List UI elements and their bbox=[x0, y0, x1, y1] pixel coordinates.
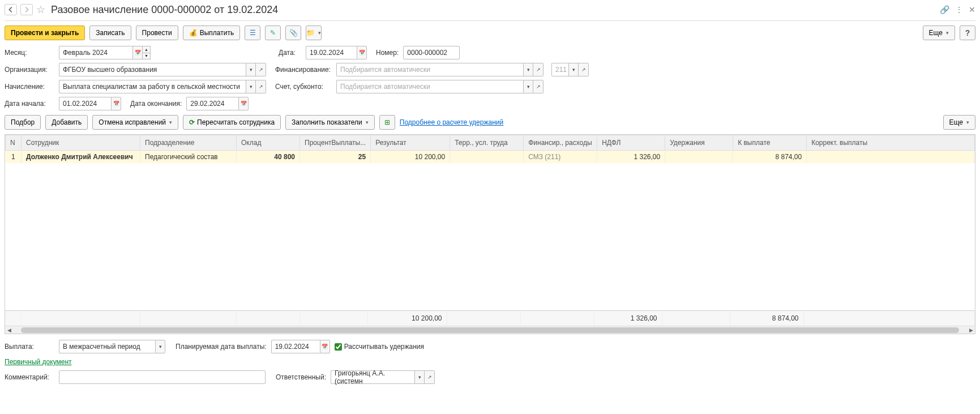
financing-input[interactable]: Подбирается автоматически ▾ ↗ bbox=[336, 63, 544, 76]
table-more-button[interactable]: Еще▾ bbox=[943, 115, 975, 130]
scroll-left-icon[interactable]: ◀ bbox=[5, 327, 13, 333]
help-button[interactable]: ? bbox=[960, 25, 975, 40]
more-menu-icon[interactable]: ⋮ bbox=[955, 5, 963, 14]
add-button[interactable]: Добавить bbox=[45, 115, 88, 130]
calendar-icon[interactable]: 📅 bbox=[320, 340, 330, 353]
comment-input[interactable] bbox=[59, 370, 266, 384]
total-result: 10 200,00 bbox=[367, 311, 447, 326]
chevron-down-icon[interactable]: ▾ bbox=[523, 80, 533, 93]
scroll-thumb[interactable] bbox=[21, 327, 959, 333]
col-withhold[interactable]: Удержания bbox=[665, 135, 733, 151]
month-value[interactable]: Февраль 2024 bbox=[59, 46, 132, 59]
table-row[interactable]: 1 Долженко Дмитрий Алексеевич Педагогиче… bbox=[6, 151, 975, 164]
edit-button[interactable]: ✎ bbox=[265, 25, 281, 40]
cancel-fixes-button[interactable]: Отмена исправлений▾ bbox=[92, 115, 178, 130]
calendar-icon[interactable]: 📅 bbox=[357, 46, 367, 59]
list-view-button[interactable]: ☰ bbox=[245, 25, 260, 40]
responsible-label: Ответственный: bbox=[276, 373, 326, 381]
spinner-up-icon[interactable]: ▲ bbox=[143, 46, 150, 53]
planned-date-input[interactable]: 19.02.2024 📅 bbox=[271, 340, 330, 353]
coins-icon: 💰 bbox=[189, 29, 198, 37]
chevron-down-icon[interactable]: ▾ bbox=[246, 80, 256, 93]
open-icon[interactable]: ↗ bbox=[256, 80, 266, 93]
code-input[interactable]: 211 ▾ ↗ bbox=[551, 63, 589, 76]
horizontal-scrollbar[interactable]: ◀ ▶ bbox=[5, 326, 975, 334]
start-date-input[interactable]: 01.02.2024 📅 bbox=[59, 97, 121, 110]
cell-percent: 25 bbox=[300, 151, 371, 164]
col-corr[interactable]: Коррект. выплаты bbox=[807, 135, 975, 151]
cell-terr bbox=[450, 151, 524, 164]
accrual-input[interactable]: Выплата специалистам за работу в сельско… bbox=[59, 80, 266, 93]
start-date-value[interactable]: 01.02.2024 bbox=[59, 97, 111, 110]
post-button[interactable]: Провести bbox=[136, 25, 178, 40]
folder-button[interactable]: 📁▾ bbox=[306, 25, 322, 40]
table-config-button[interactable]: ⊞ bbox=[379, 115, 395, 130]
close-icon[interactable]: ✕ bbox=[969, 5, 975, 14]
chevron-down-icon: ▾ bbox=[366, 119, 369, 125]
col-topay[interactable]: К выплате bbox=[733, 135, 807, 151]
responsible-input[interactable]: Григорьянц А.А. (системн ▾ ↗ bbox=[331, 370, 435, 384]
col-ndfl[interactable]: НДФЛ bbox=[597, 135, 665, 151]
favorite-star-icon[interactable]: ☆ bbox=[36, 3, 45, 16]
attach-button[interactable]: 📎 bbox=[285, 25, 301, 40]
number-input[interactable]: 0000-000002 bbox=[403, 46, 460, 59]
col-percent[interactable]: ПроцентВыплаты... bbox=[300, 135, 371, 151]
chevron-down-icon[interactable]: ▾ bbox=[523, 63, 533, 76]
more-button[interactable]: Еще▾ bbox=[923, 25, 955, 40]
save-button[interactable]: Записать bbox=[89, 25, 131, 40]
nav-back-button[interactable] bbox=[5, 4, 17, 15]
col-dept[interactable]: Подразделение bbox=[140, 135, 237, 151]
col-salary[interactable]: Оклад bbox=[237, 135, 300, 151]
account-placeholder[interactable]: Подбирается автоматически bbox=[336, 80, 523, 93]
account-input[interactable]: Подбирается автоматически ▾ ↗ bbox=[336, 80, 544, 93]
primary-document-link[interactable]: Первичный документ bbox=[5, 358, 72, 366]
pay-button[interactable]: 💰 Выплатить bbox=[183, 25, 241, 40]
calendar-icon[interactable]: 📅 bbox=[111, 97, 121, 110]
open-icon[interactable]: ↗ bbox=[579, 63, 589, 76]
calc-withhold-input[interactable] bbox=[335, 343, 342, 351]
org-value[interactable]: ФГБОУ высшего образования bbox=[59, 63, 246, 76]
chevron-down-icon[interactable]: ▾ bbox=[568, 63, 579, 76]
month-input[interactable]: Февраль 2024 📅 ▲ ▼ bbox=[59, 46, 151, 59]
end-date-value[interactable]: 29.02.2024 bbox=[186, 97, 238, 110]
calendar-icon[interactable]: 📅 bbox=[238, 97, 249, 110]
comment-label: Комментарий: bbox=[5, 373, 54, 381]
chevron-down-icon[interactable]: ▾ bbox=[414, 370, 425, 384]
col-n[interactable]: N bbox=[6, 135, 22, 151]
withholding-details-link[interactable]: Подробнее о расчете удержаний bbox=[400, 118, 503, 126]
nav-forward-button[interactable] bbox=[20, 4, 33, 15]
post-and-close-button[interactable]: Провести и закрыть bbox=[5, 25, 85, 40]
end-date-input[interactable]: 29.02.2024 📅 bbox=[186, 97, 249, 110]
open-icon[interactable]: ↗ bbox=[256, 63, 266, 76]
open-icon[interactable]: ↗ bbox=[425, 370, 435, 384]
col-terr[interactable]: Терр., усл. труда bbox=[450, 135, 524, 151]
recalc-button[interactable]: ⟳ Пересчитать сотрудника bbox=[183, 115, 281, 130]
spinner-down-icon[interactable]: ▼ bbox=[143, 53, 150, 59]
date-input[interactable]: 19.02.2024 📅 bbox=[306, 46, 367, 59]
planned-date-label: Планируемая дата выплаты: bbox=[176, 343, 267, 351]
payout-label: Выплата: bbox=[5, 343, 54, 351]
payout-value[interactable]: В межрасчетный период bbox=[59, 340, 155, 353]
accrual-value[interactable]: Выплата специалистам за работу в сельско… bbox=[59, 80, 246, 93]
chevron-down-icon[interactable]: ▾ bbox=[246, 63, 256, 76]
open-icon[interactable]: ↗ bbox=[533, 63, 544, 76]
col-result[interactable]: Результат bbox=[371, 135, 450, 151]
org-input[interactable]: ФГБОУ высшего образования ▾ ↗ bbox=[59, 63, 266, 76]
planned-date-value[interactable]: 19.02.2024 bbox=[271, 340, 320, 353]
calc-withhold-checkbox[interactable]: Рассчитывать удержания bbox=[335, 343, 424, 351]
payout-input[interactable]: В межрасчетный период ▾ bbox=[59, 340, 165, 353]
pick-button[interactable]: Подбор bbox=[5, 115, 41, 130]
code-value[interactable]: 211 bbox=[551, 63, 568, 76]
open-icon[interactable]: ↗ bbox=[533, 80, 544, 93]
link-icon[interactable]: 🔗 bbox=[940, 5, 949, 14]
chevron-down-icon[interactable]: ▾ bbox=[155, 340, 165, 353]
col-employee[interactable]: Сотрудник bbox=[22, 135, 140, 151]
financing-placeholder[interactable]: Подбирается автоматически bbox=[336, 63, 523, 76]
col-fin[interactable]: Финансир., расходы bbox=[524, 135, 597, 151]
table-empty-area[interactable] bbox=[5, 163, 975, 310]
fill-indicators-button[interactable]: Заполнить показатели▾ bbox=[285, 115, 375, 130]
scroll-right-icon[interactable]: ▶ bbox=[967, 327, 975, 333]
calendar-icon[interactable]: 📅 bbox=[132, 46, 143, 59]
responsible-value[interactable]: Григорьянц А.А. (системн bbox=[331, 370, 414, 384]
date-value[interactable]: 19.02.2024 bbox=[306, 46, 357, 59]
